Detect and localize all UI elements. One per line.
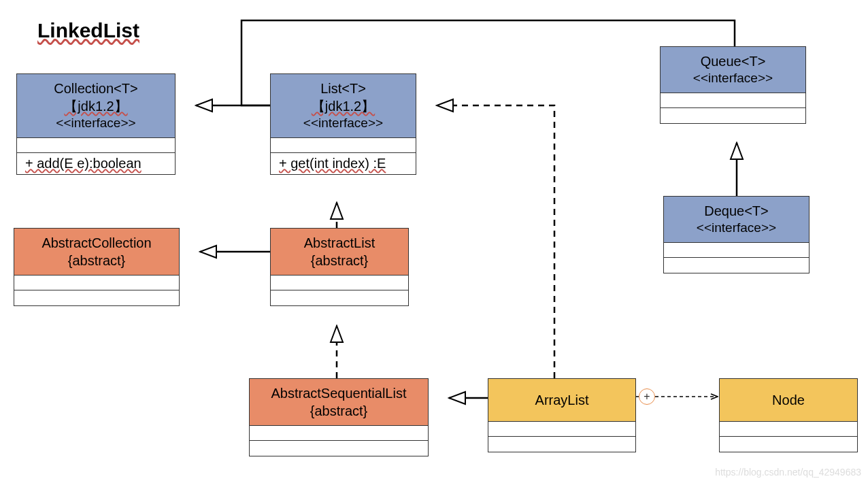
class-name: Node [728,391,849,409]
uml-node: Node [719,378,858,452]
method-section [488,437,635,452]
plus-icon: + [644,390,650,403]
method-text: + get(int index) :E [279,156,386,171]
class-name: Deque<T> [672,202,801,220]
method-section [14,290,179,305]
uml-header: Node [720,379,857,422]
uml-arraylist: ArrayList [488,378,636,452]
attr-section [488,422,635,437]
uml-abslist: AbstractList {abstract} [270,228,409,306]
class-name: AbstractList [279,234,400,252]
uml-list: List<T> 【jdk1.2】 <<interface>> + get(int… [270,73,416,175]
uml-queue: Queue<T> <<interface>> [660,46,806,124]
class-name: List<T> [279,80,407,97]
method-section: + get(int index) :E [271,153,416,174]
aggregation-plus: + [639,388,655,405]
method-section [720,437,857,452]
class-stereotype: <<interface>> [25,115,167,132]
uml-header: List<T> 【jdk1.2】 <<interface>> [271,74,416,138]
method-section [250,441,428,456]
uml-header: ArrayList [488,379,635,422]
attr-section [250,426,428,441]
uml-header: AbstractSequentialList {abstract} [250,379,428,426]
class-modifier: {abstract} [279,252,400,269]
attr-section [14,276,179,290]
uml-header: AbstractList {abstract} [271,229,408,276]
watermark: https://blog.csdn.net/qq_42949683 [715,467,861,478]
class-name: Collection<T> [25,80,167,97]
class-stereotype: <<interface>> [279,115,407,132]
uml-header: Collection<T> 【jdk1.2】 <<interface>> [17,74,175,138]
uml-collection: Collection<T> 【jdk1.2】 <<interface>> + a… [16,73,176,175]
class-version: 【jdk1.2】 [25,97,167,115]
class-name: ArrayList [497,391,627,409]
method-section: + add(E e):boolean [17,153,175,174]
uml-abscoll: AbstractCollection {abstract} [14,228,180,306]
uml-header: Deque<T> <<interface>> [664,197,809,243]
attr-section [661,93,805,108]
class-version: 【jdk1.2】 [279,97,407,115]
class-stereotype: <<interface>> [672,220,801,237]
uml-header: AbstractCollection {abstract} [14,229,179,276]
uml-deque: Deque<T> <<interface>> [663,196,809,273]
class-name: Queue<T> [669,52,797,70]
class-name: AbstractSequentialList [258,384,420,402]
attr-section [664,243,809,258]
uml-header: Queue<T> <<interface>> [661,47,805,93]
attr-section [271,138,416,153]
diagram-title: LinkedList [37,19,139,42]
class-modifier: {abstract} [22,252,171,269]
attr-section [271,276,408,290]
uml-absseq: AbstractSequentialList {abstract} [249,378,429,456]
attr-section [720,422,857,437]
class-stereotype: <<interface>> [669,70,797,87]
class-modifier: {abstract} [258,402,420,420]
method-text: + add(E e):boolean [25,156,141,171]
method-section [664,258,809,273]
attr-section [17,138,175,153]
method-section [271,290,408,305]
method-section [661,108,805,123]
class-name: AbstractCollection [22,234,171,252]
